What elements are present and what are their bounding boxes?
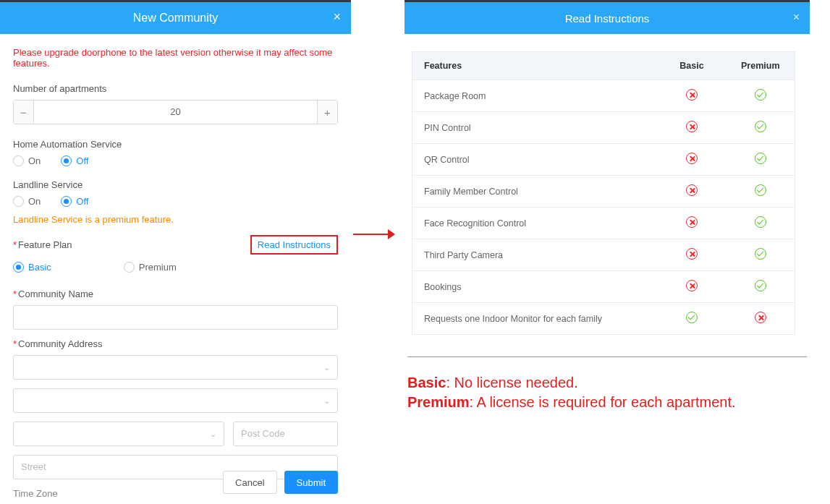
th-features: Features [412,52,658,80]
basic-cell [658,271,727,303]
apartments-label: Number of apartments [13,83,338,94]
chevron-down-icon: ⌄ [210,422,216,445]
close-icon[interactable]: × [333,9,341,25]
radio-icon [13,196,24,207]
x-icon [686,121,698,132]
radio-icon [13,155,24,166]
stepper-plus-button[interactable]: + [317,101,337,124]
plan-basic-label: Basic [28,262,51,273]
check-icon [755,184,766,196]
basic-cell [658,80,727,112]
feature-plan-label: *Feature Plan [13,239,72,250]
upgrade-warning: Please upgrade doorphone to the latest v… [13,47,338,69]
arrow-line [353,234,389,235]
new-community-modal: New Community × Please upgrade doorphone… [0,2,351,504]
premium-cell [727,112,795,144]
address-select-2[interactable]: ⌄ [13,388,338,413]
postcode-input[interactable]: Post Code [233,422,338,446]
cancel-button[interactable]: Cancel [223,471,276,494]
plan-basic-radio[interactable]: Basic [13,262,51,273]
premium-cell [727,271,795,303]
basic-cell [658,303,727,335]
chevron-down-icon: ⌄ [323,356,330,379]
modal-header: New Community × [0,2,351,34]
instructions-title: Read Instructions [565,12,650,25]
divider [407,356,807,357]
basic-explanation: Basic: No license needed. [407,375,810,391]
feature-name: Third Party Camera [412,239,658,271]
features-table: Features Basic Premium Package RoomPIN C… [412,51,795,335]
check-icon [686,312,698,323]
feature-name: Bookings [412,271,658,303]
x-icon [686,153,698,164]
x-icon [686,280,698,291]
check-icon [755,153,766,164]
community-name-input[interactable] [13,305,338,330]
read-instructions-link[interactable]: Read Instructions [250,235,338,255]
check-icon [755,216,766,228]
radio-icon [61,196,72,207]
table-row: Family Member Control [412,176,795,208]
basic-cell [658,208,727,239]
plan-premium-radio[interactable]: Premium [124,262,177,273]
home-auto-off-radio[interactable]: Off [61,155,88,166]
check-icon [755,248,766,260]
table-row: Requests one Indoor Monitor for each fam… [412,303,795,335]
feature-name: PIN Control [412,112,658,144]
required-star: * [13,289,17,299]
premium-cell [727,239,795,271]
table-row: QR Control [412,144,795,176]
premium-cell [727,208,795,239]
landline-label: Landline Service [13,179,338,190]
premium-cell [727,176,795,208]
check-icon [755,121,766,132]
apartments-stepper: − 20 + [13,100,338,124]
x-icon [686,216,698,228]
table-row: Package Room [412,80,795,112]
radio-icon [124,262,135,273]
table-row: Third Party Camera [412,239,795,271]
table-row: Face Recognition Control [412,208,795,239]
submit-button[interactable]: Submit [284,471,338,494]
feature-name: Family Member Control [412,176,658,208]
instructions-header: Read Instructions × [405,2,810,34]
th-basic: Basic [658,52,727,80]
community-address-label: *Community Address [13,338,338,349]
home-automation-label: Home Automation Service [13,139,338,150]
address-select-3[interactable]: ⌄ [13,422,224,446]
required-star: * [13,239,17,250]
premium-cell [727,303,795,335]
landline-on-radio[interactable]: On [13,196,41,207]
annotation-arrow [353,227,395,242]
basic-cell [658,144,727,176]
arrow-head-icon [388,229,395,239]
community-name-label: *Community Name [13,289,338,299]
apartments-value: 20 [34,101,317,124]
x-icon [755,312,766,323]
feature-name: Package Room [412,80,658,112]
basic-cell [658,239,727,271]
basic-cell [658,176,727,208]
x-icon [686,248,698,260]
check-icon [755,280,766,291]
modal-footer: Cancel Submit [223,471,338,494]
home-automation-radio-group: On Off [13,155,338,166]
radio-off-label: Off [76,196,88,207]
stepper-minus-button[interactable]: − [14,101,34,124]
address-select-1[interactable]: ⌄ [13,355,338,380]
premium-cell [727,80,795,112]
close-icon[interactable]: × [793,11,800,24]
landline-off-radio[interactable]: Off [61,196,88,207]
table-row: PIN Control [412,112,795,144]
required-star: * [13,338,17,349]
radio-on-label: On [28,155,41,166]
home-auto-on-radio[interactable]: On [13,155,41,166]
radio-on-label: On [28,196,41,207]
radio-off-label: Off [76,155,88,166]
premium-note: Landline Service is a premium feature. [13,214,338,225]
premium-explanation: Premium: A license is required for each … [407,394,810,411]
radio-icon [13,262,24,273]
radio-icon [61,155,72,166]
basic-cell [658,112,727,144]
table-header-row: Features Basic Premium [412,52,795,80]
